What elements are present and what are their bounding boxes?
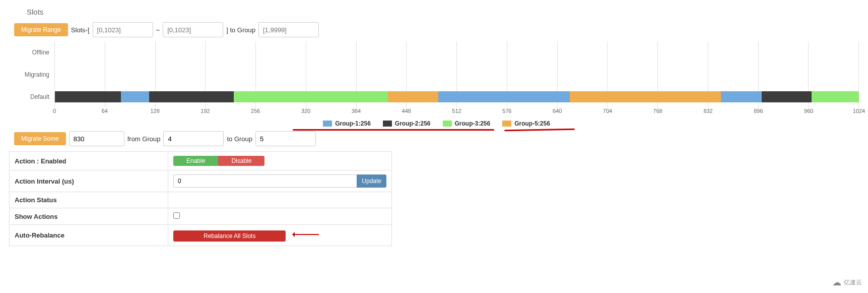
red-underline-annotation [293,129,494,131]
legend-label: Group-5:256 [514,120,550,127]
legend-swatch [323,121,332,127]
range-from-input[interactable] [93,22,153,37]
axis-tick: 704 [603,108,612,114]
action-label: Action : Enabled [10,152,168,170]
axis-tick: 896 [754,108,763,114]
migrate-some-count-input[interactable] [69,131,124,146]
range-separator: ~ [156,26,160,34]
action-toggle-group: Enable Disable [173,156,264,166]
table-row: Action Status [10,192,392,208]
legend-label: Group-1:256 [335,120,371,127]
chart-row-label: Default [14,93,54,100]
interval-input[interactable] [173,174,357,188]
enable-button[interactable]: Enable [173,156,218,166]
bar-segment[interactable] [55,91,121,102]
chart-row-migrating: Migrating [14,64,859,86]
chart-row-label: Offline [14,49,54,56]
bar-segment[interactable] [762,91,812,102]
axis-tick: 128 [150,108,159,114]
bar-segment[interactable] [812,91,859,102]
bar-segment[interactable] [149,91,234,102]
from-group-label: from Group [127,135,161,143]
bar-segment[interactable] [438,91,570,102]
axis-tick: 384 [352,108,361,114]
status-value [168,192,392,208]
axis-tick: 832 [703,108,712,114]
axis-tick: 768 [653,108,662,114]
legend-label: Group-3:256 [455,120,491,127]
table-row: Auto-Rebalance Rebalance All Slots [10,225,392,246]
settings-table: Action : Enabled Enable Disable Action I… [9,151,392,246]
chart-row-default: Default [14,86,859,108]
to-group-input[interactable] [255,131,316,146]
disable-button[interactable]: Disable [218,156,264,166]
range-to-input[interactable] [163,22,223,37]
legend-item[interactable]: Group-5:256 [502,120,550,127]
bar-segment[interactable] [121,91,149,102]
axis-tick: 256 [251,108,260,114]
page-title: Slots [27,8,859,16]
bar-segment[interactable] [388,91,438,102]
legend-swatch [502,121,511,127]
axis-tick: 640 [553,108,562,114]
axis-tick: 960 [804,108,813,114]
range-group-input[interactable] [258,22,319,37]
legend-label: Group-2:256 [395,120,431,127]
bar-segment[interactable] [234,91,387,102]
legend-swatch [443,121,452,127]
bar-segment[interactable] [570,91,720,102]
show-actions-label: Show Actions [10,208,168,225]
status-label: Action Status [10,192,168,208]
slots-chart: OfflineMigratingDefault 0641281922563203… [14,41,859,127]
chart-legend: Group-1:256Group-2:256Group-3:256Group-5… [14,120,859,127]
slots-prefix-label: Slots-[ [71,26,90,34]
axis-tick: 64 [102,108,108,114]
show-actions-checkbox[interactable] [173,212,180,219]
to-group-label: to Group [227,135,252,143]
axis-tick: 1024 [853,108,865,114]
axis-tick: 0 [53,108,56,114]
chart-x-axis: 0641281922563203844485125766407047688328… [14,108,859,117]
axis-tick: 448 [402,108,411,114]
table-row: Action : Enabled Enable Disable [10,152,392,170]
from-group-input[interactable] [163,131,224,146]
axis-tick: 192 [201,108,210,114]
migrate-range-button[interactable]: Migrate Range [14,23,68,36]
axis-tick: 512 [452,108,461,114]
chart-row-label: Migrating [14,71,54,78]
legend-item[interactable]: Group-1:256 [323,120,371,127]
slots-suffix-label: ] to Group [226,26,255,34]
legend-item[interactable]: Group-3:256 [443,120,491,127]
table-row: Action Interval (us) Update [10,170,392,192]
auto-rebalance-label: Auto-Rebalance [10,225,168,246]
migrate-some-row: Migrate Some from Group to Group [14,131,859,146]
migrate-range-row: Migrate Range Slots-[ ~ ] to Group [14,22,859,37]
axis-tick: 576 [502,108,511,114]
arrow-annotation [294,228,319,239]
migrate-some-button[interactable]: Migrate Some [14,132,66,145]
table-row: Show Actions [10,208,392,225]
chart-row-offline: Offline [14,41,859,64]
rebalance-all-button[interactable]: Rebalance All Slots [173,230,286,242]
bar-segment[interactable] [721,91,762,102]
interval-label: Action Interval (us) [10,170,168,192]
axis-tick: 320 [301,108,310,114]
legend-swatch [383,121,392,127]
legend-item[interactable]: Group-2:256 [383,120,431,127]
update-button[interactable]: Update [357,174,386,188]
